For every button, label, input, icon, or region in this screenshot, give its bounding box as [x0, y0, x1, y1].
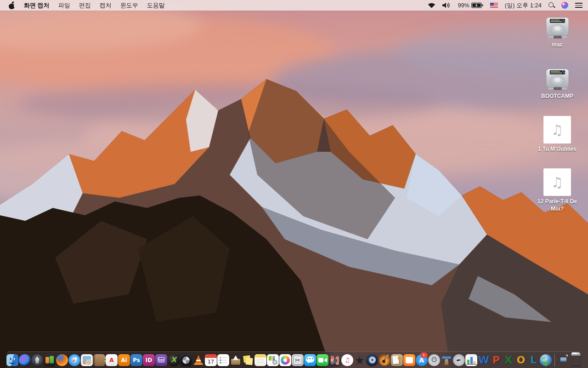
imovie-icon: ★	[354, 354, 366, 366]
iweb-icon	[391, 354, 403, 366]
spotlight-menu[interactable]	[548, 0, 554, 11]
photoshop-glyph: Ps	[133, 357, 140, 363]
menu-item-1[interactable]: 파일	[58, 1, 70, 10]
battery-percent: 99%	[458, 2, 469, 9]
dock-item-finder[interactable]	[6, 352, 19, 368]
excel-glyph: X	[505, 355, 513, 365]
menu-bar-left: 화면 캡처파일편집캡처윈도우도움말	[0, 0, 165, 11]
dock-item-diskfan[interactable]	[180, 352, 192, 368]
vlc-icon	[192, 354, 204, 366]
dock-item-quark[interactable]: X	[168, 352, 180, 368]
dock-item-indesign[interactable]: ID	[143, 352, 155, 368]
dock-item-facetime[interactable]	[317, 352, 329, 368]
menu-item-4[interactable]: 윈도우	[120, 1, 138, 10]
input-source-menu[interactable]	[490, 0, 498, 11]
volume-menu[interactable]	[442, 0, 451, 11]
dock-item-appstore[interactable]: A1	[416, 352, 428, 368]
screens-icon	[44, 354, 56, 366]
wifi-menu[interactable]	[428, 0, 435, 11]
dock-item-iweb[interactable]	[391, 352, 403, 368]
toast-icon	[155, 354, 167, 366]
idvd-icon	[366, 354, 378, 366]
dock-item-numbers[interactable]	[465, 352, 478, 368]
dock-item-toast[interactable]	[155, 352, 168, 368]
desktop-icon-audio-3[interactable]: ♫ 12 Parle-T-Il De Moi?	[528, 168, 586, 213]
battery-charging-icon	[471, 2, 483, 8]
desktop-icon-label: mac	[552, 41, 563, 49]
itunes-icon: ♫	[341, 354, 353, 366]
appstore-glyph: A	[419, 357, 424, 363]
dock-item-trash[interactable]	[570, 352, 582, 368]
pages-glyph: ✒	[456, 356, 462, 364]
dock-item-imovie[interactable]: ★	[354, 352, 366, 368]
dock-item-photos[interactable]	[279, 352, 292, 368]
siri-menu[interactable]	[561, 0, 568, 11]
trash-icon	[571, 354, 581, 366]
dock-item-photobooth[interactable]	[329, 352, 341, 368]
acrobat-icon: A	[106, 354, 118, 366]
finder-icon	[6, 354, 18, 366]
dock-item-docfile[interactable]	[557, 352, 570, 368]
photos-icon	[279, 354, 291, 366]
desktop-icon-volume-0[interactable]: mac	[528, 17, 586, 49]
dock-item-preview[interactable]	[81, 352, 93, 368]
dock-item-pages[interactable]: ✒	[453, 352, 465, 368]
dock-item-lync[interactable]: L	[527, 352, 540, 368]
dock-item-colorsync[interactable]	[267, 352, 279, 368]
dock-item-safari[interactable]	[68, 352, 81, 368]
dock-item-launchpad[interactable]	[31, 352, 44, 368]
photoshop-icon: Ps	[130, 354, 142, 366]
dock-item-outlook[interactable]: O	[515, 352, 527, 368]
dock-item-itunes[interactable]: ♫	[341, 352, 354, 368]
desktop: 화면 캡처파일편집캡처윈도우도움말 99%	[0, 0, 588, 368]
desktop-icons: mac	[528, 0, 586, 368]
hard-drive-icon	[544, 68, 571, 91]
clock-menu[interactable]: (일) 오후 1:24	[505, 0, 542, 11]
dock-item-illustrator[interactable]: Ai	[118, 352, 130, 368]
dock-item-calendar[interactable]: 17	[205, 352, 217, 368]
dock-item-excel[interactable]: X	[503, 352, 515, 368]
battery-menu[interactable]: 99%	[458, 0, 483, 11]
quark-glyph: X	[171, 356, 176, 363]
dock-item-messages[interactable]: •••	[304, 352, 317, 368]
dock-item-sysprefs[interactable]: ⚙	[428, 352, 441, 368]
apple-menu-icon[interactable]	[9, 1, 15, 9]
grab-glyph: ✂	[295, 357, 300, 363]
dock-item-reminders[interactable]	[217, 352, 230, 368]
dock-item-acrobat[interactable]: A	[106, 352, 118, 368]
dock-item-word[interactable]: W	[478, 352, 490, 368]
dock-item-firefox[interactable]	[56, 352, 68, 368]
notes-icon	[254, 354, 266, 366]
dock-item-garageband[interactable]	[379, 352, 391, 368]
quark-icon: X	[168, 354, 180, 366]
itunes-glyph: ♫	[345, 357, 351, 363]
desktop-icon-audio-2[interactable]: ♫ 1 Tu M'Oublies	[528, 116, 586, 153]
dock-item-vlc[interactable]	[192, 352, 205, 368]
garageband-icon	[379, 354, 390, 366]
dock-item-notes[interactable]	[254, 352, 267, 368]
desktop-icon-volume-1[interactable]: BOOTCAMP	[528, 68, 586, 100]
dock-item-contacts[interactable]	[93, 352, 106, 368]
dock-item-keynote[interactable]	[441, 352, 453, 368]
menu-item-3[interactable]: 캡처	[100, 1, 112, 10]
menu-item-2[interactable]: 편집	[79, 1, 91, 10]
notification-center-menu[interactable]	[575, 0, 582, 11]
dock-item-idvd[interactable]	[366, 352, 379, 368]
contacts-icon	[93, 354, 105, 366]
search-icon	[548, 2, 554, 9]
dock-item-screens[interactable]	[44, 352, 56, 368]
menu-item-5[interactable]: 도움말	[147, 1, 165, 10]
menu-item-0[interactable]: 화면 캡처	[24, 1, 50, 10]
menu-bar-right: 99%	[428, 0, 588, 11]
dock-item-grab[interactable]: ✂	[292, 352, 304, 368]
dock-item-msupdate[interactable]	[540, 352, 552, 368]
dock-item-ibooks[interactable]	[403, 352, 416, 368]
dock-item-siri[interactable]	[19, 352, 31, 368]
dock-item-stuffit[interactable]	[230, 352, 242, 368]
stuffit-icon	[230, 354, 242, 366]
dock-item-stickies[interactable]	[242, 352, 254, 368]
dock-item-powerpoint[interactable]: P	[490, 352, 503, 368]
powerpoint-glyph: P	[492, 355, 500, 365]
dock-item-photoshop[interactable]: Ps	[130, 352, 143, 368]
photobooth-icon	[329, 354, 341, 366]
